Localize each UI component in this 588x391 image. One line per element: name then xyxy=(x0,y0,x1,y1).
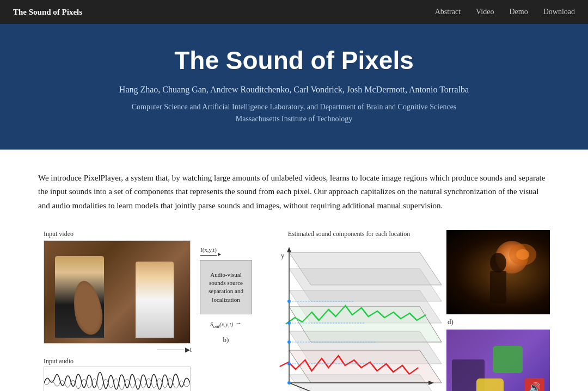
figure-c-svg: y x xyxy=(256,241,442,391)
input-video-label: Input video xyxy=(38,230,74,238)
nav-brand: The Sound of Pixels xyxy=(13,8,82,17)
navbar: The Sound of Pixels Abstract Video Demo … xyxy=(0,0,588,24)
svg-marker-8 xyxy=(287,247,291,252)
yellow-blob xyxy=(476,378,504,391)
nav-video[interactable]: Video xyxy=(476,8,494,16)
nav-abstract[interactable]: Abstract xyxy=(435,8,461,16)
authors: Hang Zhao, Chuang Gan, Andrew Rouditchen… xyxy=(33,85,555,95)
speaker-icon: 🔊 xyxy=(525,378,544,391)
arrow-to-box xyxy=(200,255,217,256)
nav-links: Abstract Video Demo Download xyxy=(435,8,575,16)
sout-arrow: → xyxy=(235,319,242,327)
page-title: The Sound of Pixels xyxy=(33,46,555,75)
fig-d-label: d) xyxy=(448,318,550,326)
arrow-line xyxy=(157,350,184,350)
figure-a: Input video ▶t Input audio a) xyxy=(38,230,196,391)
svg-text:y: y xyxy=(281,252,284,259)
figure-de: d) 🔊 公众号·量子位 e) xyxy=(446,230,550,391)
video-frame xyxy=(44,240,191,344)
input-audio-label: Input audio xyxy=(38,357,74,365)
svg-point-28 xyxy=(516,249,529,260)
nav-download[interactable]: Download xyxy=(543,8,575,16)
svg-rect-26 xyxy=(490,271,506,303)
figure-e-image: 🔊 公众号·量子位 xyxy=(446,330,550,391)
affiliation: Computer Science and Artificial Intellig… xyxy=(33,101,555,126)
figure-d-image xyxy=(446,230,550,314)
time-arrow: ▶t xyxy=(157,346,196,354)
process-box: Audio-visual sounds source separation an… xyxy=(200,260,252,314)
green-blob xyxy=(493,346,523,373)
svg-point-19 xyxy=(287,381,291,384)
i-xy-label: I(x,y,t) xyxy=(200,246,217,253)
fig-d-svg xyxy=(446,230,550,314)
figure-b: I(x,y,t) Audio-visual sounds source sepa… xyxy=(196,246,256,344)
time-label: ▶t xyxy=(185,346,192,354)
abstract-text: We introduce PixelPlayer, a system that,… xyxy=(38,171,550,213)
musician-right xyxy=(136,262,174,338)
nav-demo[interactable]: Demo xyxy=(509,8,528,16)
affiliation-line2: Massachusetts Institute of Technology xyxy=(236,115,353,123)
estimated-label: Estimated sound components for each loca… xyxy=(288,230,410,238)
3d-visualization: y x xyxy=(256,241,442,391)
main-content: We introduce PixelPlayer, a system that,… xyxy=(16,150,572,391)
affiliation-line1: Computer Science and Artificial Intellig… xyxy=(132,103,457,111)
svg-point-25 xyxy=(490,253,506,272)
figure-c: Estimated sound components for each loca… xyxy=(256,230,442,391)
figure-area: Input video ▶t Input audio a) xyxy=(38,230,550,391)
fig-b-label: b) xyxy=(223,336,229,344)
hero-section: The Sound of Pixels Hang Zhao, Chuang Ga… xyxy=(0,24,588,150)
audio-waveform xyxy=(44,367,191,391)
sout-label: Sout(x,y,t) xyxy=(210,321,233,329)
waveform-svg xyxy=(44,367,190,391)
